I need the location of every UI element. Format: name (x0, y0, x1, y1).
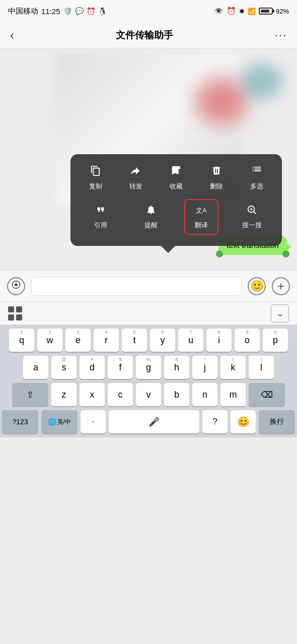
key-u[interactable]: 7 u (178, 329, 203, 352)
chat-area: 复制 转发 收藏 删除 (0, 48, 297, 270)
voice-button[interactable] (7, 277, 25, 295)
key-f[interactable]: $ f (108, 356, 133, 379)
collect-label: 收藏 (170, 182, 183, 191)
grid-cell-4 (16, 314, 22, 320)
grid-icon-button[interactable] (8, 306, 22, 320)
translate-icon: 文A (196, 204, 207, 218)
keyboard-row-2: a @ s # d $ f % g & h * j ( k (2, 356, 295, 379)
quote-label: 引用 (94, 221, 107, 230)
svg-line-2 (254, 212, 256, 214)
nav-bar: ‹ 文件传输助手 ··· (0, 22, 297, 48)
key-num-switch[interactable]: ?123 (2, 410, 38, 433)
key-b[interactable]: b (164, 383, 189, 406)
bluetooth-icon: ✱ (239, 8, 245, 15)
globe-icon: 🌐 (48, 418, 56, 426)
key-w[interactable]: 2 w (37, 329, 62, 352)
menu-item-multiselect[interactable]: 多选 (240, 161, 274, 195)
menu-item-copy[interactable]: 复制 (79, 161, 113, 195)
back-button[interactable]: ‹ (10, 28, 14, 42)
text-input-field[interactable] (31, 277, 242, 296)
menu-item-delete[interactable]: 删除 (199, 161, 234, 195)
signal-icon: 📶 (248, 8, 256, 15)
battery-percent: 92% (276, 8, 289, 15)
key-k[interactable]: ( k (220, 356, 246, 379)
key-y[interactable]: 6 y (150, 329, 175, 352)
key-c[interactable]: c (108, 383, 133, 406)
copy-icon (90, 165, 101, 179)
keyboard: 1 q 2 w 3 e 4 r 5 t 6 y 7 u 8 i (0, 325, 297, 437)
status-bar: 中国移动 11:25 🛡️ 💬 ⏰ 🐧 👁️ ⏰ ✱ 📶 92% (0, 0, 297, 22)
multiselect-label: 多选 (250, 182, 263, 191)
delete-label: 删除 (210, 182, 223, 191)
eye-icon: 👁️ (214, 7, 224, 16)
chevron-down-button[interactable]: ⌄ (271, 304, 289, 323)
key-e[interactable]: 3 e (65, 329, 91, 352)
keyboard-row-1: 1 q 2 w 3 e 4 r 5 t 6 y 7 u 8 i (2, 329, 295, 352)
key-globe[interactable]: 🌐 英/中 (41, 410, 78, 433)
battery-fill (261, 10, 269, 13)
context-menu-row-1: 复制 转发 收藏 删除 (76, 161, 277, 195)
key-o[interactable]: 9 o (235, 329, 260, 352)
key-return[interactable]: 换行 (259, 410, 295, 433)
carrier-label: 中国移动 (8, 7, 38, 16)
translate-label: 翻译 (195, 221, 208, 230)
key-question[interactable]: ? (202, 410, 228, 433)
voice-icon (12, 280, 21, 292)
key-h[interactable]: & h (164, 356, 189, 379)
key-d[interactable]: # d (80, 356, 105, 379)
context-menu-arrow (161, 246, 175, 253)
menu-item-search[interactable]: 搜一搜 (235, 200, 269, 234)
blurred-red-spot (196, 79, 247, 124)
key-z[interactable]: z (51, 383, 77, 406)
menu-item-forward[interactable]: 转发 (119, 161, 153, 195)
emoji-button[interactable]: 🙂 (248, 277, 266, 295)
status-left: 中国移动 11:25 🛡️ 💬 ⏰ 🐧 (8, 7, 107, 16)
key-m[interactable]: m (220, 383, 246, 406)
menu-item-collect[interactable]: 收藏 (159, 161, 193, 195)
key-s[interactable]: @ s (51, 356, 77, 379)
key-x[interactable]: x (80, 383, 105, 406)
keyboard-bottom-row: ?123 🌐 英/中 · 🎤 ? 😊 换行 (2, 410, 295, 433)
alarm-clock-icon: ⏰ (227, 7, 236, 16)
bubble-dot-right (282, 250, 289, 257)
key-emoji[interactable]: 😊 (231, 410, 256, 433)
kb-emoji-icon: 😊 (237, 416, 250, 428)
key-r[interactable]: 4 r (94, 329, 119, 352)
key-v[interactable]: v (136, 383, 161, 406)
key-q[interactable]: 1 q (9, 329, 34, 352)
key-g[interactable]: % g (136, 356, 161, 379)
num-switch-label: ?123 (12, 418, 28, 426)
alarm-icon: ⏰ (87, 7, 95, 15)
key-p[interactable]: 0 p (263, 329, 288, 352)
grid-cell-2 (16, 306, 22, 312)
plus-icon: + (277, 279, 284, 293)
key-j[interactable]: * j (192, 356, 217, 379)
forward-icon (130, 165, 141, 179)
key-l[interactable]: ) l (249, 356, 274, 379)
key-space[interactable]: 🎤 (109, 410, 199, 433)
more-button[interactable]: ··· (275, 29, 287, 42)
collect-icon (171, 165, 182, 179)
menu-item-remind[interactable]: 提醒 (134, 200, 168, 234)
key-i[interactable]: 8 i (206, 329, 232, 352)
key-backspace[interactable]: ⌫ (249, 383, 285, 406)
key-dot[interactable]: · (81, 410, 106, 433)
emoji-icon: 🙂 (250, 280, 264, 293)
context-menu: 复制 转发 收藏 删除 (70, 154, 282, 246)
keyboard-row-3: ⇧ z x c v b n m ⌫ (2, 383, 295, 406)
plus-button[interactable]: + (272, 277, 290, 295)
menu-item-translate[interactable]: 文A 翻译 (184, 199, 218, 235)
backspace-icon: ⌫ (261, 390, 273, 400)
delete-icon (211, 165, 222, 179)
time-label: 11:25 (41, 7, 60, 16)
key-a[interactable]: a (23, 356, 48, 379)
key-t[interactable]: 5 t (122, 329, 147, 352)
svg-text:文A: 文A (196, 207, 207, 214)
key-n[interactable]: n (192, 383, 217, 406)
remind-label: 提醒 (144, 221, 158, 230)
menu-item-quote[interactable]: 引用 (84, 200, 118, 234)
key-shift[interactable]: ⇧ (12, 383, 48, 406)
grid-cell-1 (8, 306, 14, 312)
remind-icon (145, 204, 157, 218)
blurred-teal-spot (242, 63, 282, 99)
